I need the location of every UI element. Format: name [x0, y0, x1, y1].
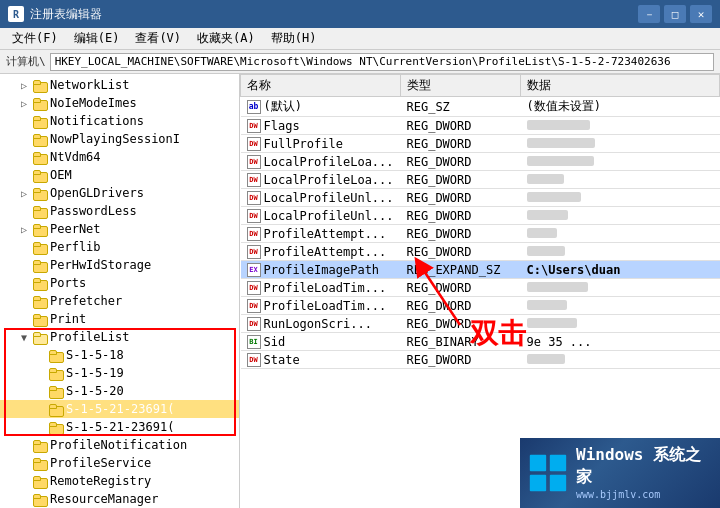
tree-item[interactable]: RemoteRegistry — [0, 472, 239, 490]
reg-entry-type: REG_SZ — [401, 97, 521, 117]
dword-icon: DW — [247, 173, 261, 187]
table-row[interactable]: DWProfileLoadTim...REG_DWORD — [241, 279, 720, 297]
address-value[interactable]: HKEY_LOCAL_MACHINE\SOFTWARE\Microsoft\Wi… — [50, 53, 714, 71]
tree-item[interactable]: NtVdm64 — [0, 148, 239, 166]
detail-pane: 名称 类型 数据 ab(默认)REG_SZ(数值未设置)DWFlagsREG_D… — [240, 74, 720, 508]
tree-item[interactable]: ResourceManager — [0, 490, 239, 508]
tree-item[interactable]: S-1-5-21-23691( — [0, 418, 239, 436]
folder-icon — [32, 439, 48, 451]
reg-entry-data: 9e 35 ... — [521, 333, 720, 351]
reg-entry-type: REG_DWORD — [401, 351, 521, 369]
tree-item[interactable]: OEM — [0, 166, 239, 184]
tree-item[interactable]: ▼ProfileList — [0, 328, 239, 346]
menu-edit[interactable]: 编辑(E) — [66, 28, 128, 49]
table-row[interactable]: DWLocalProfileLoa...REG_DWORD — [241, 171, 720, 189]
table-row[interactable]: DWStateREG_DWORD — [241, 351, 720, 369]
folder-icon — [32, 295, 48, 307]
tree-item[interactable]: Prefetcher — [0, 292, 239, 310]
menu-help[interactable]: 帮助(H) — [263, 28, 325, 49]
dword-icon: DW — [247, 353, 261, 367]
tree-item-label: PasswordLess — [50, 204, 137, 218]
tree-pane: ▷NetworkList▷NoIeModeImes Notifications … — [0, 74, 240, 508]
tree-item-label: Perflib — [50, 240, 101, 254]
table-row[interactable]: DWRunLogonScri...REG_DWORD — [241, 315, 720, 333]
table-row[interactable]: DWFullProfileREG_DWORD — [241, 135, 720, 153]
tree-item[interactable]: NowPlayingSessionI — [0, 130, 239, 148]
tree-toggle-icon[interactable]: ▷ — [16, 188, 32, 199]
folder-open-icon — [32, 331, 48, 343]
menu-view[interactable]: 查看(V) — [127, 28, 189, 49]
folder-icon — [32, 241, 48, 253]
table-row[interactable]: DWLocalProfileUnl...REG_DWORD — [241, 207, 720, 225]
table-row[interactable]: DWLocalProfileUnl...REG_DWORD — [241, 189, 720, 207]
tree-item[interactable]: S-1-5-20 — [0, 382, 239, 400]
folder-icon — [32, 223, 48, 235]
tree-item[interactable]: ▷NetworkList — [0, 76, 239, 94]
reg-entry-type: REG_DWORD — [401, 117, 521, 135]
tree-item[interactable]: Print — [0, 310, 239, 328]
reg-entry-name: ProfileAttempt... — [264, 227, 387, 241]
tree-toggle-icon[interactable]: ▷ — [16, 80, 32, 91]
tree-toggle-icon[interactable]: ▷ — [16, 98, 32, 109]
table-row[interactable]: DWLocalProfileLoa...REG_DWORD — [241, 153, 720, 171]
dword-icon: DW — [247, 155, 261, 169]
tree-item[interactable]: ▷OpenGLDrivers — [0, 184, 239, 202]
tree-item[interactable]: S-1-5-18 — [0, 346, 239, 364]
table-row[interactable]: DWProfileLoadTim...REG_DWORD — [241, 297, 720, 315]
table-row[interactable]: EXProfileImagePathREG_EXPAND_SZC:\Users\… — [241, 261, 720, 279]
minimize-button[interactable]: － — [638, 5, 660, 23]
reg-entry-name: FullProfile — [264, 137, 343, 151]
tree-item-label: NtVdm64 — [50, 150, 101, 164]
tree-item-label: S-1-5-21-23691( — [66, 420, 174, 434]
window-title: 注册表编辑器 — [30, 6, 638, 23]
reg-entry-type: REG_DWORD — [401, 225, 521, 243]
tree-item[interactable]: S-1-5-21-23691( — [0, 400, 239, 418]
reg-entry-type: REG_DWORD — [401, 243, 521, 261]
dword-icon: DW — [247, 281, 261, 295]
table-row[interactable]: ab(默认)REG_SZ(数值未设置) — [241, 97, 720, 117]
reg-entry-name: LocalProfileLoa... — [264, 173, 394, 187]
main-content: ▷NetworkList▷NoIeModeImes Notifications … — [0, 74, 720, 508]
table-row[interactable]: DWFlagsREG_DWORD — [241, 117, 720, 135]
address-label: 计算机\ — [6, 54, 46, 69]
expand-icon: EX — [247, 263, 261, 277]
tree-item[interactable]: PasswordLess — [0, 202, 239, 220]
tree-item[interactable]: Ports — [0, 274, 239, 292]
reg-entry-data — [521, 315, 720, 333]
tree-item[interactable]: Notifications — [0, 112, 239, 130]
menu-file[interactable]: 文件(F) — [4, 28, 66, 49]
tree-item-label: S-1-5-18 — [66, 348, 124, 362]
tree-item[interactable]: Perflib — [0, 238, 239, 256]
window-controls: － □ ✕ — [638, 5, 712, 23]
blurred-value — [527, 246, 565, 256]
folder-icon — [32, 493, 48, 505]
tree-item[interactable]: S-1-5-19 — [0, 364, 239, 382]
tree-toggle-icon[interactable]: ▼ — [16, 332, 32, 343]
reg-entry-name: ProfileLoadTim... — [264, 281, 387, 295]
reg-entry-name: (默认) — [264, 98, 302, 115]
reg-entry-data: C:\Users\duan — [521, 261, 720, 279]
tree-item[interactable]: ▷NoIeModeImes — [0, 94, 239, 112]
tree-item[interactable]: PerHwIdStorage — [0, 256, 239, 274]
reg-entry-type: REG_EXPAND_SZ — [401, 261, 521, 279]
reg-entry-type: REG_DWORD — [401, 189, 521, 207]
tree-item[interactable]: ProfileNotification — [0, 436, 239, 454]
menu-favorites[interactable]: 收藏夹(A) — [189, 28, 263, 49]
close-button[interactable]: ✕ — [690, 5, 712, 23]
reg-entry-type: REG_DWORD — [401, 135, 521, 153]
reg-entry-name: RunLogonScri... — [264, 317, 372, 331]
reg-entry-data — [521, 207, 720, 225]
tree-item[interactable]: ProfileService — [0, 454, 239, 472]
watermark-url: www.bjjmlv.com — [576, 488, 712, 502]
table-row[interactable]: BISidREG_BINARY9e 35 ... — [241, 333, 720, 351]
ab-icon: ab — [247, 100, 261, 114]
table-row[interactable]: DWProfileAttempt...REG_DWORD — [241, 225, 720, 243]
tree-item-label: Prefetcher — [50, 294, 122, 308]
table-row[interactable]: DWProfileAttempt...REG_DWORD — [241, 243, 720, 261]
maximize-button[interactable]: □ — [664, 5, 686, 23]
dword-icon: DW — [247, 191, 261, 205]
tree-toggle-icon[interactable]: ▷ — [16, 224, 32, 235]
blurred-value — [527, 354, 565, 364]
tree-item[interactable]: ▷PeerNet — [0, 220, 239, 238]
folder-icon — [32, 187, 48, 199]
